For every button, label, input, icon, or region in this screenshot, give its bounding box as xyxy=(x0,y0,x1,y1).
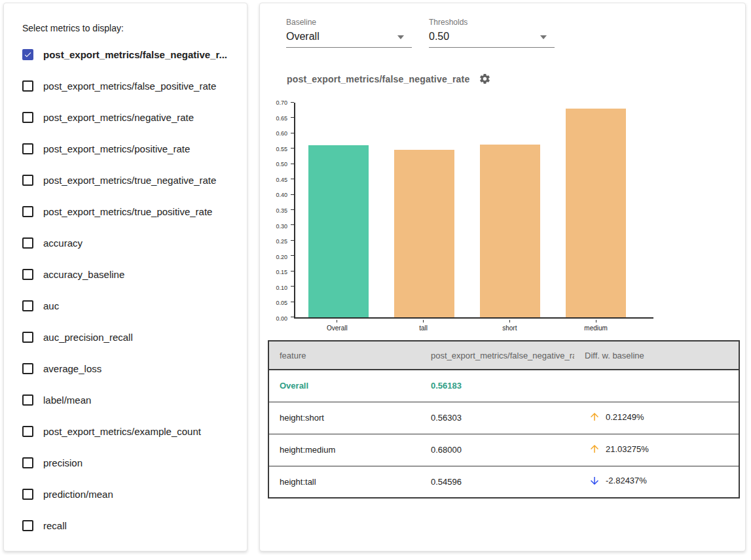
metric-checkbox[interactable] xyxy=(22,143,33,154)
metric-label: post_export_metrics/false_positive_rate xyxy=(43,80,216,92)
y-tick-label: 0.10 xyxy=(276,285,287,291)
bar-medium[interactable] xyxy=(566,109,626,317)
metric-checkbox[interactable] xyxy=(22,520,33,531)
x-band: medium xyxy=(553,320,639,332)
y-tick-label: 0.70 xyxy=(276,100,287,106)
metric-item[interactable]: auc_precision_recall xyxy=(22,321,235,353)
metric-checkbox[interactable] xyxy=(22,175,33,186)
x-tick-label: Overall xyxy=(294,324,380,332)
y-tick-mark xyxy=(291,302,294,302)
header-metric[interactable]: post_export_metrics/false_negative_rat..… xyxy=(420,341,574,370)
bar-Overall[interactable] xyxy=(308,145,369,317)
metric-checkbox[interactable] xyxy=(22,49,33,60)
thresholds-select-value[interactable]: 0.50 xyxy=(429,28,555,48)
metric-checkbox[interactable] xyxy=(22,112,33,123)
header-diff[interactable]: Diff. w. baseline xyxy=(574,341,739,370)
feature-cell: height:tall xyxy=(268,466,420,498)
metric-checkbox[interactable] xyxy=(22,300,33,311)
metric-item[interactable]: post_export_metrics/example_count xyxy=(22,415,235,447)
x-tick-mark xyxy=(596,320,596,323)
thresholds-select-label: Thresholds xyxy=(429,18,555,27)
metrics-table-container: feature post_export_metrics/false_negati… xyxy=(268,340,740,499)
metric-item[interactable]: accuracy xyxy=(22,227,235,258)
chart-bars xyxy=(295,103,653,317)
metric-item[interactable]: post_export_metrics/false_negative_r... xyxy=(22,39,235,70)
metric-checkbox[interactable] xyxy=(22,457,33,468)
y-tick-mark xyxy=(291,271,294,271)
x-tick-mark xyxy=(509,320,510,323)
metric-item[interactable]: auc xyxy=(22,290,235,321)
diff-cell: -2.82437% xyxy=(574,466,739,498)
gear-icon[interactable] xyxy=(479,73,491,85)
y-tick-mark xyxy=(291,224,294,225)
table-header-row: feature post_export_metrics/false_negati… xyxy=(268,341,739,370)
x-tick-label: short xyxy=(467,324,553,332)
metric-selector-panel: Select metrics to display: post_export_m… xyxy=(3,3,247,551)
header-feature[interactable]: feature xyxy=(268,341,420,370)
metrics-list: post_export_metrics/false_negative_r... … xyxy=(22,39,235,541)
metric-label: prediction/mean xyxy=(43,489,113,500)
baseline-select-label: Baseline xyxy=(286,18,412,27)
table-row[interactable]: height:short 0.56303 0.21249% xyxy=(268,402,739,434)
feature-cell: Overall xyxy=(268,370,420,402)
table-row[interactable]: Overall 0.56183 xyxy=(268,370,739,402)
metric-item[interactable]: post_export_metrics/false_positive_rate xyxy=(22,70,235,101)
y-tick-mark xyxy=(291,286,294,287)
y-tick-label: 0.20 xyxy=(276,254,287,260)
metric-value-cell: 0.68000 xyxy=(420,434,574,466)
metric-checkbox[interactable] xyxy=(22,489,33,500)
metric-label: auc xyxy=(43,300,59,311)
y-tick-mark xyxy=(291,255,294,256)
metric-item[interactable]: label/mean xyxy=(22,384,235,415)
bar-band xyxy=(295,103,381,317)
y-tick-mark xyxy=(291,240,294,241)
metric-checkbox[interactable] xyxy=(22,80,33,92)
table-row[interactable]: height:medium 0.68000 21.03275% xyxy=(268,434,739,466)
metric-label: post_export_metrics/positive_rate xyxy=(43,143,190,154)
up-arrow-icon xyxy=(589,443,600,455)
chart-x-axis: Overalltallshortmedium xyxy=(294,320,653,332)
chart-y-axis: 0.000.050.100.150.200.250.300.350.400.45… xyxy=(263,103,290,319)
diff-value: 0.21249% xyxy=(606,412,644,422)
diff-cell xyxy=(574,370,739,402)
y-tick-label: 0.05 xyxy=(276,300,287,306)
metric-item[interactable]: post_export_metrics/true_negative_rate xyxy=(22,164,235,196)
metric-item[interactable]: prediction/mean xyxy=(22,478,235,510)
y-tick-label: 0.25 xyxy=(276,239,287,245)
x-band: tall xyxy=(380,320,467,332)
diff-value: -2.82437% xyxy=(606,476,647,485)
metric-checkbox[interactable] xyxy=(22,426,33,437)
metric-item[interactable]: precision xyxy=(22,447,235,478)
metric-checkbox[interactable] xyxy=(22,237,33,249)
diff-cell: 0.21249% xyxy=(574,402,739,434)
metric-checkbox[interactable] xyxy=(22,394,33,406)
metric-label: recall xyxy=(43,520,67,531)
metric-item[interactable]: recall xyxy=(22,510,235,541)
table-row[interactable]: height:tall 0.54596 -2.82437% xyxy=(268,466,739,498)
y-tick-label: 0.50 xyxy=(276,162,287,167)
metric-item[interactable]: post_export_metrics/true_positive_rate xyxy=(22,196,235,227)
metric-checkbox[interactable] xyxy=(22,363,33,374)
metric-checkbox[interactable] xyxy=(22,332,33,343)
y-tick-mark xyxy=(291,209,294,210)
metric-item[interactable]: accuracy_baseline xyxy=(22,258,235,290)
metric-checkbox[interactable] xyxy=(22,206,33,217)
x-tick-mark xyxy=(337,320,337,323)
baseline-select-value[interactable]: Overall xyxy=(286,28,412,48)
chevron-down-icon xyxy=(540,35,547,39)
chart-title: post_export_metrics/false_negative_rate xyxy=(287,74,469,84)
thresholds-select[interactable]: Thresholds 0.50 xyxy=(429,18,555,48)
y-tick-label: 0.65 xyxy=(276,116,287,122)
bar-short[interactable] xyxy=(480,145,540,317)
metric-item[interactable]: post_export_metrics/negative_rate xyxy=(22,101,235,133)
metric-item[interactable]: average_loss xyxy=(22,353,235,384)
metric-label: post_export_metrics/true_positive_rate xyxy=(43,206,212,217)
metric-label: accuracy xyxy=(43,237,82,249)
metric-checkbox[interactable] xyxy=(22,269,33,280)
diff-value: 21.03275% xyxy=(606,444,649,454)
baseline-select[interactable]: Baseline Overall xyxy=(286,18,412,48)
metric-item[interactable]: post_export_metrics/positive_rate xyxy=(22,133,235,164)
metric-label: post_export_metrics/example_count xyxy=(43,426,201,437)
metric-label: average_loss xyxy=(43,363,101,374)
bar-tall[interactable] xyxy=(394,150,454,317)
